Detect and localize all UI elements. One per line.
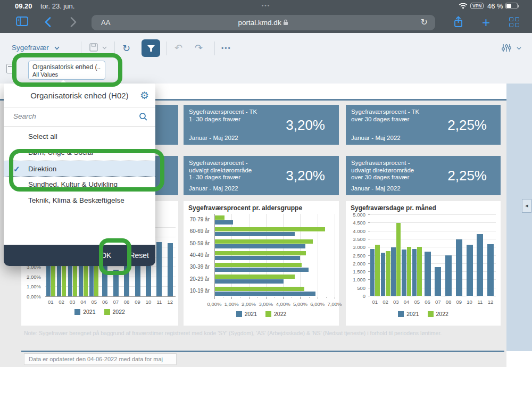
x-tick: 06 [99, 299, 110, 305]
x-tick: 06 [422, 299, 434, 305]
y-tick: 1.000 [346, 277, 365, 282]
y-tick: 2.000 [346, 261, 365, 267]
bar [425, 252, 431, 296]
url-field[interactable]: AA portal.kmd.dk ↻ [92, 15, 435, 30]
category-label: 50-59 år [184, 240, 210, 246]
redo-icon[interactable]: ↷ [195, 42, 203, 54]
tick-mark [300, 297, 301, 299]
bar [168, 243, 173, 296]
legend-swatch [104, 309, 110, 315]
minor-tick [292, 297, 292, 298]
note-text: Note: Sygefravær beregnet på baggrund af… [24, 330, 505, 336]
tick-mark [368, 263, 370, 264]
bar [215, 256, 300, 260]
popup-footer: OK Reset [4, 245, 155, 266]
url-text: portal.kmd.dk [92, 19, 435, 27]
search-input[interactable]: Search [4, 107, 155, 127]
x-tick: 12 [485, 299, 496, 305]
gear-icon[interactable]: ⚙ [140, 89, 149, 102]
legend-item: 2021 [398, 311, 419, 317]
tick-mark [368, 271, 370, 272]
legend-label: 2021 [245, 311, 257, 317]
bar [215, 268, 309, 272]
gridline [370, 222, 496, 223]
legend-label: 2021 [406, 311, 419, 317]
legend-label: 2022 [436, 311, 448, 317]
share-icon[interactable] [454, 16, 463, 30]
screen: 09.20 tor. 23. jun. ••• VPN 46 % AA port… [0, 0, 532, 399]
category-label: 20-29 år [184, 276, 210, 282]
filter-button[interactable] [142, 39, 160, 57]
tick-mark [318, 297, 318, 299]
more-options-button[interactable]: ••• [221, 45, 231, 52]
undo-icon[interactable]: ↶ [174, 42, 182, 54]
gridline [370, 214, 496, 215]
chart-card-days-per-month: Sygefraværsdage pr. måned 05001.0001.500… [346, 201, 501, 326]
y-tick: 5.000 [346, 212, 365, 218]
bar [402, 250, 406, 296]
gridline [318, 214, 318, 297]
search-icon[interactable] [139, 112, 148, 123]
y-tick: 3.500 [346, 236, 365, 242]
story-title-dropdown[interactable]: Sygefravær [12, 44, 60, 52]
kpi-tile: Sygefraværsprocent - TK over 30 dages fr… [346, 105, 501, 145]
bar [435, 267, 441, 296]
bar [215, 263, 302, 267]
x-tick: 04 [78, 299, 88, 305]
refresh-icon[interactable]: ↻ [122, 43, 130, 54]
browser-toolbar: AA portal.kmd.dk ↻ + [0, 12, 532, 33]
vpn-badge: VPN [470, 3, 484, 9]
minor-tick [223, 297, 223, 298]
bar [477, 234, 483, 296]
kpi-period: Januar - Maj 2022 [351, 185, 401, 192]
kpi-title: Sygefraværsprocent - udvalgt direktøromr… [189, 160, 252, 181]
back-icon[interactable] [45, 17, 51, 29]
collapse-panel-handle[interactable]: ◀ [522, 199, 531, 213]
kpi-value: 2,25% [447, 117, 487, 133]
new-tab-icon[interactable]: + [482, 14, 490, 31]
bar [215, 287, 304, 291]
tick-mark [249, 297, 250, 299]
kpi-tile: Sygefraværsprocent - TK 1- 30 dages frav… [184, 105, 339, 145]
x-tick: 02 [56, 299, 67, 305]
forward-icon[interactable] [70, 17, 77, 29]
x-tick: 03 [390, 299, 402, 305]
view-settings-icon[interactable] [501, 43, 521, 55]
y-tick: 4.500 [346, 220, 365, 226]
tick-mark [368, 288, 370, 288]
reload-icon[interactable]: ↻ [421, 17, 428, 27]
tick-mark [368, 231, 370, 231]
option-select-all[interactable]: Select all [4, 129, 155, 145]
legend-item: 2022 [428, 311, 448, 317]
legend-label: 2022 [274, 311, 286, 317]
x-tick: 07 [111, 299, 121, 305]
tick-mark [231, 297, 232, 299]
x-tick: 05 [89, 299, 99, 305]
reset-button[interactable]: Reset [129, 251, 149, 260]
x-tick: 08 [121, 299, 132, 305]
sidebar-toggle-icon[interactable] [16, 16, 28, 28]
bar [215, 244, 305, 248]
tick-mark [266, 297, 267, 299]
status-center-dots: ••• [0, 3, 532, 9]
kpi-title: Sygefraværsprocent - TK over 30 dages fr… [351, 109, 419, 123]
kpi-title: Sygefraværsprocent - TK 1- 30 dages frav… [189, 109, 257, 123]
bar [467, 245, 473, 296]
bar [215, 239, 313, 244]
y-tick: 0,00% [21, 294, 41, 300]
save-icon[interactable] [89, 43, 107, 54]
bottom-spacer [0, 367, 532, 399]
tabs-icon[interactable] [509, 17, 519, 27]
legend-label: 2021 [83, 309, 95, 315]
kpi-value: 3,20% [286, 168, 325, 184]
lock-icon [283, 19, 288, 26]
bar [396, 223, 401, 296]
gridline [300, 214, 301, 297]
category-label: 40-49 år [184, 252, 210, 258]
x-tick: 01 [369, 299, 381, 305]
option-item[interactable]: Teknik, Klima & Beskæftigelse [4, 193, 155, 209]
x-tick: 08 [443, 299, 454, 305]
x-tick: 05 [411, 299, 423, 305]
kpi-period: Januar - Maj 2022 [351, 135, 401, 141]
x-tick: 7,00% [323, 301, 346, 307]
